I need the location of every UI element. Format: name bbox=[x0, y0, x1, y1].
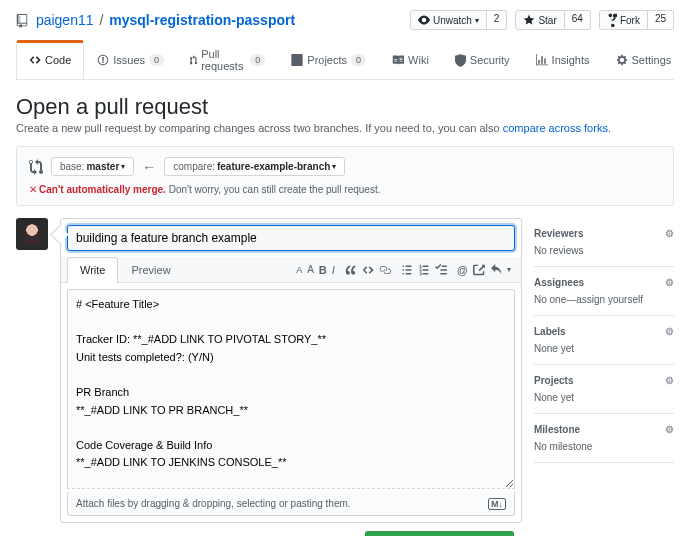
saved-reply-icon[interactable] bbox=[490, 264, 502, 276]
issue-icon bbox=[97, 54, 109, 66]
page-subtitle: Create a new pull request by comparing c… bbox=[16, 122, 674, 134]
link-icon[interactable] bbox=[379, 264, 391, 276]
tab-settings[interactable]: Settings bbox=[603, 40, 685, 79]
heading-icon[interactable]: A bbox=[296, 265, 302, 275]
fork-button[interactable]: Fork bbox=[599, 10, 648, 30]
projects-header[interactable]: Projects⚙ bbox=[534, 375, 674, 386]
tab-wiki[interactable]: Wiki bbox=[379, 40, 442, 79]
avatar[interactable] bbox=[16, 218, 48, 250]
tab-preview[interactable]: Preview bbox=[118, 257, 183, 282]
compare-branch-select[interactable]: compare: feature-example-branch ▾ bbox=[164, 157, 345, 176]
fork-count[interactable]: 25 bbox=[648, 10, 674, 30]
compare-forks-link[interactable]: compare across forks bbox=[503, 122, 608, 134]
caret-down-icon: ▾ bbox=[475, 16, 479, 25]
tab-security[interactable]: Security bbox=[442, 40, 523, 79]
repo-icon bbox=[16, 14, 28, 28]
repo-name-link[interactable]: mysql-registration-passport bbox=[109, 12, 295, 28]
star-button[interactable]: Star bbox=[515, 10, 564, 30]
graph-icon bbox=[536, 54, 548, 66]
tab-write[interactable]: Write bbox=[67, 257, 118, 283]
fork-icon bbox=[607, 13, 617, 27]
eye-icon bbox=[418, 14, 430, 26]
assignees-value[interactable]: No one—assign yourself bbox=[534, 294, 674, 305]
projects-value: None yet bbox=[534, 392, 674, 403]
italic-icon[interactable]: I bbox=[332, 264, 335, 276]
attach-hint[interactable]: Attach files by dragging & dropping, sel… bbox=[67, 492, 515, 516]
tab-projects[interactable]: Projects 0 bbox=[278, 40, 379, 79]
caret-down-icon: ▾ bbox=[332, 162, 336, 171]
watch-count[interactable]: 2 bbox=[487, 10, 508, 30]
page-title: Open a pull request bbox=[16, 94, 674, 120]
markdown-icon[interactable]: M↓ bbox=[488, 498, 506, 510]
assignees-header[interactable]: Assignees⚙ bbox=[534, 277, 674, 288]
labels-header[interactable]: Labels⚙ bbox=[534, 326, 674, 337]
star-count[interactable]: 64 bbox=[565, 10, 591, 30]
tab-code[interactable]: Code bbox=[16, 40, 84, 79]
compare-icon bbox=[29, 159, 43, 175]
pr-icon bbox=[190, 53, 197, 67]
milestone-header[interactable]: Milestone⚙ bbox=[534, 424, 674, 435]
md-toolbar: AA B I bbox=[296, 264, 515, 276]
pr-title-input[interactable] bbox=[67, 225, 515, 251]
reviewers-header[interactable]: Reviewers⚙ bbox=[534, 228, 674, 239]
gear-icon bbox=[616, 54, 628, 66]
tab-issues[interactable]: Issues 0 bbox=[84, 40, 177, 79]
gear-icon: ⚙ bbox=[665, 424, 674, 435]
caret-down-icon: ▾ bbox=[121, 162, 125, 171]
crossref-icon[interactable] bbox=[473, 264, 485, 276]
project-icon bbox=[291, 54, 303, 66]
code-icon bbox=[29, 54, 41, 66]
tab-insights[interactable]: Insights bbox=[523, 40, 603, 79]
range-editor: base: master ▾ ← compare: feature-exampl… bbox=[16, 146, 674, 206]
ol-icon[interactable] bbox=[418, 264, 430, 276]
arrow-icon: ← bbox=[142, 159, 156, 175]
book-icon bbox=[392, 54, 404, 66]
merge-status: ✕Can't automatically merge. Don't worry,… bbox=[29, 184, 661, 195]
shield-icon bbox=[455, 54, 466, 67]
gear-icon: ⚙ bbox=[665, 375, 674, 386]
gear-icon: ⚙ bbox=[665, 228, 674, 239]
reviewers-value: No reviews bbox=[534, 245, 674, 256]
milestone-value: No milestone bbox=[534, 441, 674, 452]
caret-down-icon: ▾ bbox=[507, 265, 511, 274]
pr-body-textarea[interactable] bbox=[67, 289, 515, 489]
mention-icon[interactable]: @ bbox=[457, 264, 468, 276]
repo-owner-link[interactable]: paigen11 bbox=[36, 12, 94, 28]
code-icon[interactable] bbox=[362, 264, 374, 276]
tasklist-icon[interactable] bbox=[435, 264, 447, 276]
repo-title: paigen11 / mysql-registration-passport bbox=[16, 12, 295, 28]
gear-icon: ⚙ bbox=[665, 326, 674, 337]
bold-icon[interactable]: B bbox=[319, 264, 327, 276]
create-pr-button[interactable]: Create pull request ▾ bbox=[365, 531, 514, 536]
labels-value: None yet bbox=[534, 343, 674, 354]
x-icon: ✕ bbox=[29, 184, 37, 195]
base-branch-select[interactable]: base: master ▾ bbox=[51, 157, 134, 176]
ul-icon[interactable] bbox=[401, 264, 413, 276]
quote-icon[interactable] bbox=[345, 264, 357, 276]
unwatch-button[interactable]: Unwatch ▾ bbox=[410, 10, 487, 30]
gear-icon: ⚙ bbox=[665, 277, 674, 288]
tab-pulls[interactable]: Pull requests 0 bbox=[177, 40, 278, 79]
star-icon bbox=[523, 14, 535, 26]
repo-nav: Code Issues 0 Pull requests 0 Projects 0… bbox=[16, 40, 674, 80]
